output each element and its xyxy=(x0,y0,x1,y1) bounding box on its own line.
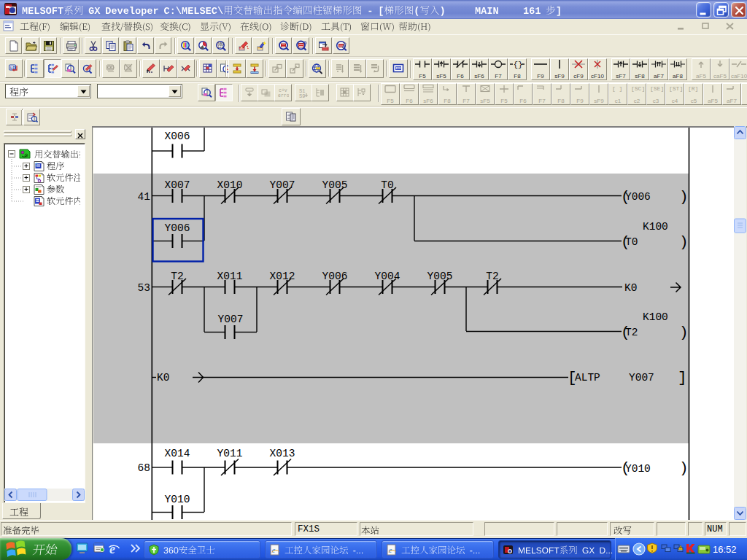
svg-text:X010: X010 xyxy=(217,179,243,191)
svg-text:T2: T2 xyxy=(625,327,638,338)
svg-text:Y007: Y007 xyxy=(270,179,295,191)
svg-text:Y010: Y010 xyxy=(165,494,190,505)
svg-text:X007: X007 xyxy=(165,179,190,191)
svg-text:Y006: Y006 xyxy=(322,271,348,282)
svg-text:Y011: Y011 xyxy=(217,448,243,459)
svg-text:Y006: Y006 xyxy=(625,191,651,203)
svg-text:): ) xyxy=(679,460,689,477)
svg-text:T2: T2 xyxy=(486,271,498,282)
svg-text:X012: X012 xyxy=(270,271,295,282)
svg-text:Y010: Y010 xyxy=(625,463,651,475)
svg-text:Y004: Y004 xyxy=(375,271,400,282)
svg-text:): ) xyxy=(679,189,689,206)
svg-text:41: 41 xyxy=(138,191,150,203)
svg-text:Y005: Y005 xyxy=(427,271,453,282)
svg-text:68: 68 xyxy=(138,462,150,474)
svg-text:X011: X011 xyxy=(217,271,243,282)
svg-text:X013: X013 xyxy=(270,448,295,459)
svg-text:T0: T0 xyxy=(381,179,393,191)
svg-text:): ) xyxy=(679,234,689,251)
svg-text:K100: K100 xyxy=(643,221,668,233)
svg-text:X014: X014 xyxy=(165,448,190,459)
svg-text:K0: K0 xyxy=(157,372,169,384)
svg-text:Y007: Y007 xyxy=(218,314,244,325)
svg-text:e: e xyxy=(389,545,392,554)
svg-text:]: ] xyxy=(678,370,687,386)
svg-text:Y006: Y006 xyxy=(165,222,190,234)
svg-text:X006: X006 xyxy=(165,131,190,142)
svg-text:T0: T0 xyxy=(625,236,638,248)
svg-text:ALTP: ALTP xyxy=(575,372,600,384)
svg-text:Y005: Y005 xyxy=(322,179,348,191)
svg-text:e: e xyxy=(109,542,115,556)
svg-text:K0: K0 xyxy=(624,282,637,294)
svg-text:K100: K100 xyxy=(643,311,668,323)
svg-text:Y007: Y007 xyxy=(629,372,654,384)
svg-text:T2: T2 xyxy=(171,271,183,282)
svg-text:e: e xyxy=(272,545,276,554)
svg-text:): ) xyxy=(679,324,689,341)
svg-text:53: 53 xyxy=(138,282,150,294)
